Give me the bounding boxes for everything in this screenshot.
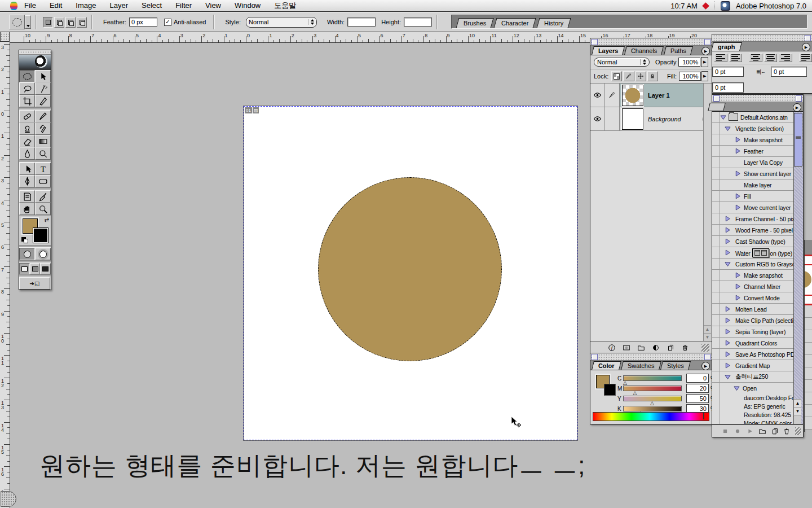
tool-hand[interactable]: [19, 203, 35, 215]
resize-grip[interactable]: [701, 344, 709, 352]
color-spectrum-ramp[interactable]: [593, 412, 709, 421]
new-action-button[interactable]: [770, 427, 779, 435]
opacity-slider-button[interactable]: ▶: [701, 57, 708, 67]
action-item[interactable]: Move current layer: [712, 202, 794, 213]
menu-filter[interactable]: Filter: [169, 0, 198, 11]
action-item[interactable]: Layer Via Copy: [712, 156, 794, 168]
action-item[interactable]: Make Clip Path (selectio...: [712, 314, 794, 326]
action-item[interactable]: 출력티프250: [712, 371, 794, 382]
tool-healing-brush[interactable]: [19, 110, 35, 122]
lock-transparency-button[interactable]: [611, 71, 622, 81]
anti-aliased-checkbox[interactable]: ✓: [164, 19, 171, 26]
delete-button[interactable]: [783, 427, 791, 435]
action-item[interactable]: Cast Shadow (type): [712, 235, 794, 247]
blend-mode-dropdown[interactable]: Normal: [594, 58, 650, 67]
edit-cell[interactable]: [605, 84, 620, 107]
tab-actions-fragment[interactable]: [708, 103, 726, 111]
tab-swatches[interactable]: Swatches: [621, 361, 661, 370]
menu-image[interactable]: Image: [69, 0, 103, 11]
tool-brush[interactable]: [35, 110, 51, 122]
standard-mode-button[interactable]: [19, 248, 35, 260]
new-group-button[interactable]: [636, 343, 647, 352]
tab-character[interactable]: Character: [494, 18, 536, 28]
action-item[interactable]: Feather: [712, 145, 794, 156]
menu-layer[interactable]: Layer: [103, 0, 135, 11]
align-justify-button[interactable]: [799, 54, 812, 62]
tool-eraser[interactable]: [19, 135, 35, 147]
collapsed-window-tab[interactable]: [1, 491, 16, 507]
action-item[interactable]: Resolution: 98.425 ...: [712, 410, 794, 419]
photoshop-app-icon[interactable]: [721, 1, 730, 11]
quick-mask-button[interactable]: [35, 248, 51, 260]
layer-thumbnail[interactable]: [622, 85, 643, 106]
slider-track[interactable]: △: [623, 406, 682, 411]
action-item[interactable]: Save As Photoshop PDF: [712, 348, 794, 360]
collapse-box-icon[interactable]: [704, 354, 710, 360]
active-app-name[interactable]: Adobe Photoshop 7.0: [736, 2, 806, 10]
menu-view[interactable]: View: [198, 0, 228, 11]
tool-history-brush[interactable]: [35, 122, 51, 135]
scroll-up-icon[interactable]: ▲: [794, 399, 801, 407]
collapse-box-icon[interactable]: [796, 95, 802, 102]
tool-magic-wand[interactable]: [35, 82, 51, 95]
action-item[interactable]: Open: [712, 382, 794, 393]
tool-zoom[interactable]: [35, 203, 51, 215]
lock-all-button[interactable]: [647, 71, 658, 81]
height-input[interactable]: [404, 17, 432, 27]
new-layer-button[interactable]: [665, 343, 676, 352]
slider-value[interactable]: 50: [686, 394, 709, 403]
tab-paths[interactable]: Paths: [664, 46, 693, 55]
slider-track[interactable]: △: [623, 375, 682, 381]
close-box-icon[interactable]: [592, 354, 598, 360]
tool-notes[interactable]: [19, 190, 35, 203]
close-box-icon[interactable]: [592, 39, 598, 45]
action-item[interactable]: Show current layer: [712, 168, 794, 179]
tool-preset-dropdown[interactable]: [25, 15, 31, 29]
action-item[interactable]: Make snapshot: [712, 269, 794, 281]
photoshop-logo-button[interactable]: [19, 55, 51, 70]
tab-color[interactable]: Color: [592, 361, 621, 370]
edit-cell[interactable]: [605, 107, 620, 130]
style-dropdown[interactable]: Normal: [246, 17, 317, 28]
action-item[interactable]: daucom:Desktop Fold...: [712, 393, 794, 402]
color-palette-title-bar[interactable]: [590, 353, 712, 361]
action-item[interactable]: Custom RGB to Graysc...: [712, 258, 794, 269]
fill-value[interactable]: 100%: [679, 72, 701, 81]
background-color-swatch[interactable]: [33, 228, 48, 243]
tool-slice[interactable]: [35, 95, 51, 107]
white-black-swatches[interactable]: [703, 413, 709, 421]
play-button[interactable]: [746, 427, 754, 435]
new-selection-button[interactable]: [43, 17, 53, 28]
resize-grip[interactable]: [795, 427, 801, 435]
palette-menu-icon[interactable]: ▶: [701, 362, 710, 370]
action-item[interactable]: Vignette (selection): [712, 122, 794, 134]
add-to-selection-button[interactable]: [54, 17, 64, 28]
layer-row-main[interactable]: Layer 1: [620, 84, 712, 107]
palette-menu-icon[interactable]: ▶: [802, 43, 810, 51]
indent-first-line-field[interactable]: 0 pt: [712, 82, 744, 93]
action-item[interactable]: Channel Mixer: [712, 281, 794, 292]
align-right-button[interactable]: [779, 54, 792, 62]
vertical-ruler[interactable]: 32101234567891 01 11 21 31 41 51 61 7: [0, 42, 10, 508]
tool-shape[interactable]: [35, 175, 51, 187]
tool-clone-stamp[interactable]: [19, 122, 35, 135]
lock-paint-button[interactable]: [623, 71, 634, 81]
opacity-value[interactable]: 100%: [678, 58, 700, 67]
layers-palette-title-bar[interactable]: [590, 38, 712, 46]
new-set-button[interactable]: [758, 427, 766, 435]
tool-path-selection[interactable]: [19, 163, 35, 175]
layer-style-button[interactable]: f: [606, 343, 617, 352]
slider-track[interactable]: △: [623, 396, 682, 401]
action-item[interactable]: Wood Frame - 50 pixel: [712, 224, 794, 235]
tab-layers[interactable]: Layers: [592, 46, 625, 55]
width-input[interactable]: [347, 17, 376, 27]
record-button[interactable]: [734, 427, 742, 435]
actions-scrollbar[interactable]: ▲ ▼: [793, 112, 803, 424]
tool-type[interactable]: T: [35, 163, 51, 175]
action-item[interactable]: Frame Channel - 50 pixel: [712, 213, 794, 224]
scrollbar-thumb[interactable]: [794, 113, 802, 167]
menu-window[interactable]: Window: [228, 0, 267, 11]
layers-scrollbar[interactable]: ▲ ▼: [703, 84, 712, 341]
tool-move[interactable]: [35, 70, 51, 82]
layer-row[interactable]: Layer 1: [590, 84, 712, 107]
